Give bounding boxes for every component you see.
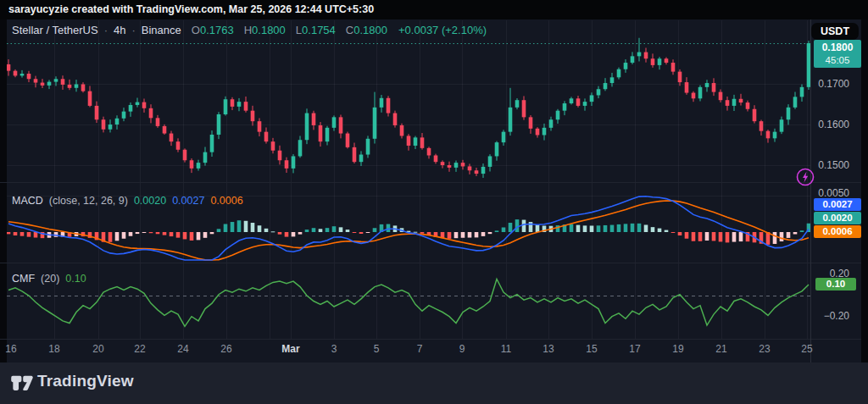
last-price-badge: 0.1800 45:05 [814,40,861,68]
time-axis-label: 25 [801,340,812,357]
ohlc-high: H0.1800 [240,24,286,36]
time-axis-label: 7 [417,340,423,357]
price-scale-label: 0.1700 [809,78,856,90]
macd-histogram [7,219,811,245]
macd-line-badge: 0.0027 [814,198,861,211]
cmf-scale-bottom-label: −0.20 [809,310,856,322]
macd-signal-badge: 0.0006 [814,225,861,238]
time-axis-label: Mar [281,340,299,357]
time-axis-label: 19 [672,340,683,357]
time-axis-label: 15 [586,340,597,357]
separator-dot: · [104,24,108,36]
ohlc-open: O0.1763 [187,24,234,36]
time-axis-label: 23 [759,340,770,357]
macd-hist-badge: 0.0020 [814,212,861,224]
time-axis-label: 18 [48,340,59,357]
exchange-label: Binance [142,24,181,36]
cmf-title[interactable]: CMF [12,273,35,285]
tradingview-brand-link[interactable]: TradingView [37,372,134,390]
timeframe-label[interactable]: 4h [114,24,125,36]
currency-toggle-badge[interactable]: USDT [811,23,859,40]
separator-dot: · [131,24,135,36]
time-axis-label: 21 [715,340,726,357]
ohlc-low: L0.1754 [292,24,336,36]
bar-countdown: 45:05 [814,54,861,66]
symbol-name[interactable]: Stellar / TetherUS [12,24,98,36]
last-price-value: 0.1800 [814,42,861,54]
time-axis-label: 3 [331,340,337,357]
time-axis-label: 5 [374,340,380,357]
cmf-params: (20) [41,273,59,285]
price-change: +0.0037 (+2.10%) [398,24,487,36]
tradingview-logo-icon[interactable] [10,373,34,395]
time-axis-label: 26 [220,340,231,357]
symbol-header[interactable]: Stellar / TetherUS · 4h · Binance O0.176… [12,23,487,36]
cmf-value-badge: 0.10 [815,278,856,291]
macd-title[interactable]: MACD [12,195,43,207]
macd-hist-value: 0.0020 [134,195,166,207]
boost-flash-icon[interactable] [796,168,815,186]
macd-indicator-header[interactable]: MACD (close, 12, 26, 9) 0.0020 0.0027 0.… [12,195,243,207]
macd-signal-value: 0.0006 [210,195,242,207]
time-axis-label: 20 [92,340,103,357]
candlestick-series [7,38,811,178]
price-scale-label: 0.1600 [809,119,856,130]
time-axis-label: 9 [459,340,465,357]
cmf-line [8,279,809,327]
tradingview-published-chart: sarayucyzie created with TradingView.com… [0,0,868,404]
macd-params: (close, 12, 26, 9) [49,195,128,207]
cmf-value: 0.10 [65,273,86,285]
macd-scale-label: 0.0050 [809,187,856,199]
macd-line-value: 0.0027 [172,195,204,207]
macd-signal-line [8,201,809,260]
price-scale-label: 0.1500 [809,159,856,171]
ohlc-close: C0.1800 [342,24,387,36]
time-axis-label: 17 [629,340,640,357]
time-axis-label: 24 [177,340,188,357]
time-axis-label: 13 [542,340,554,357]
cmf-indicator-header[interactable]: CMF (20) 0.10 [12,273,86,285]
time-axis-label: 11 [501,340,511,357]
time-axis-label: 22 [134,340,145,357]
time-axis-label: 16 [5,340,16,357]
gridlines [7,20,810,339]
